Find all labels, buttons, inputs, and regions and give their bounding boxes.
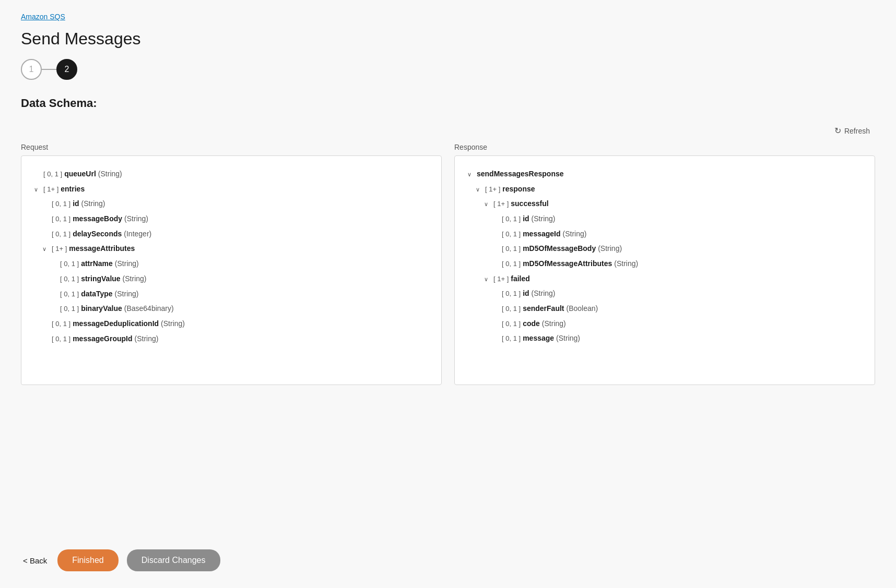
list-item: ∨ [ 1+ ] failed <box>484 271 862 286</box>
chevron-icon <box>492 333 500 344</box>
response-panel-box: ∨ sendMessagesResponse ∨ [ 1+ ] response… <box>454 155 875 385</box>
list-item: ∨ [ 1+ ] messageAttributes <box>42 241 429 256</box>
response-tree: ∨ sendMessagesResponse ∨ [ 1+ ] response… <box>467 166 862 346</box>
list-item: [ 0, 1 ] stringValue (String) <box>51 271 429 286</box>
chevron-icon <box>492 259 500 270</box>
list-item: [ 0, 1 ] messageBody (String) <box>42 211 429 226</box>
chevron-icon <box>51 289 58 300</box>
refresh-button[interactable]: ↻ Refresh <box>829 123 875 139</box>
list-item: [ 0, 1 ] code (String) <box>492 316 862 331</box>
list-item: [ 0, 1 ] mD5OfMessageBody (String) <box>492 241 862 256</box>
chevron-icon: ∨ <box>34 184 41 195</box>
chevron-icon <box>51 304 58 315</box>
list-item: ∨ [ 1+ ] entries <box>34 182 429 197</box>
list-item: [ 0, 1 ] message (String) <box>492 331 862 346</box>
list-item: ∨ sendMessagesResponse <box>467 166 862 182</box>
chevron-icon: ∨ <box>484 199 491 210</box>
refresh-icon: ↻ <box>834 126 841 136</box>
chevron-icon <box>492 319 500 330</box>
step-2: 2 <box>56 59 77 80</box>
response-panel-label: Response <box>454 143 875 151</box>
list-item: [ 0, 1 ] messageGroupId (String) <box>42 331 429 346</box>
list-item: [ 0, 1 ] dataType (String) <box>51 286 429 302</box>
list-item: [ 0, 1 ] delaySeconds (Integer) <box>42 226 429 242</box>
chevron-icon: ∨ <box>476 184 483 195</box>
response-panel: Response ∨ sendMessagesResponse ∨ [ 1+ ]… <box>454 143 875 537</box>
chevron-icon <box>42 319 50 330</box>
finished-button[interactable]: Finished <box>57 549 118 571</box>
chevron-icon <box>492 244 500 255</box>
list-item: [ 0, 1 ] id (String) <box>492 211 862 226</box>
chevron-icon <box>51 259 58 270</box>
list-item: [ 0, 1 ] binaryValue (Base64binary) <box>51 301 429 316</box>
chevron-icon <box>492 229 500 240</box>
list-item: [ 0, 1 ] id (String) <box>42 196 429 211</box>
list-item: [ 0, 1 ] messageId (String) <box>492 226 862 242</box>
section-title: Data Schema: <box>21 97 875 110</box>
schema-panels: Request [ 0, 1 ] queueUrl (String) ∨ [ 1… <box>21 143 875 537</box>
footer: < Back Finished Discard Changes <box>21 537 875 588</box>
chevron-icon: ∨ <box>42 244 50 255</box>
chevron-icon <box>42 334 50 345</box>
discard-changes-button[interactable]: Discard Changes <box>127 549 220 571</box>
refresh-row: ↻ Refresh <box>21 123 875 139</box>
list-item: [ 0, 1 ] id (String) <box>492 286 862 301</box>
request-panel-label: Request <box>21 143 442 151</box>
chevron-icon <box>42 229 50 240</box>
request-panel-box: [ 0, 1 ] queueUrl (String) ∨ [ 1+ ] entr… <box>21 155 442 385</box>
breadcrumb-link[interactable]: Amazon SQS <box>21 13 65 21</box>
refresh-label: Refresh <box>844 127 870 135</box>
chevron-icon: ∨ <box>484 274 491 285</box>
request-panel: Request [ 0, 1 ] queueUrl (String) ∨ [ 1… <box>21 143 442 537</box>
list-item: [ 0, 1 ] queueUrl (String) <box>34 166 429 182</box>
stepper: 1 2 <box>21 59 875 80</box>
list-item: ∨ [ 1+ ] response <box>476 182 862 197</box>
list-item: ∨ [ 1+ ] successful <box>484 196 862 211</box>
request-tree: [ 0, 1 ] queueUrl (String) ∨ [ 1+ ] entr… <box>34 166 429 346</box>
chevron-icon <box>492 304 500 315</box>
page-title: Send Messages <box>21 29 875 49</box>
list-item: [ 0, 1 ] mD5OfMessageAttributes (String) <box>492 256 862 271</box>
back-button[interactable]: < Back <box>21 552 49 569</box>
chevron-icon: ∨ <box>467 169 475 180</box>
breadcrumb: Amazon SQS <box>21 13 875 21</box>
chevron-icon <box>42 214 50 225</box>
chevron-icon <box>492 214 500 225</box>
list-item: [ 0, 1 ] attrName (String) <box>51 256 429 271</box>
step-connector <box>42 69 56 70</box>
chevron-icon <box>51 274 58 285</box>
chevron-icon <box>42 199 50 210</box>
chevron-icon <box>492 289 500 299</box>
list-item: [ 0, 1 ] senderFault (Boolean) <box>492 301 862 316</box>
chevron-icon <box>34 169 41 180</box>
list-item: [ 0, 1 ] messageDeduplicationId (String) <box>42 316 429 331</box>
step-1: 1 <box>21 59 42 80</box>
